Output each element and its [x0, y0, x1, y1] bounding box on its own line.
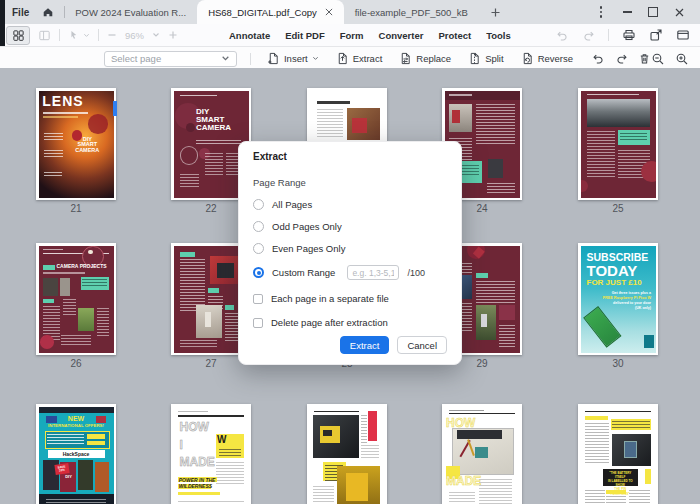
checkbox-each-page-in-a-separate-file[interactable]: Each page in a separate file — [253, 293, 447, 304]
page-preview: LENSDIY SMART CAMERA — [39, 91, 114, 198]
page-preview: CAMERA PROJECTS — [39, 246, 114, 353]
ribbon-bar: 96% AnnotateEdit PDFFormConverterProtect… — [0, 24, 700, 47]
radio-even-pages-only[interactable]: Even Pages Only — [253, 243, 447, 254]
tab-title: POW 2024 Evaluation R... — [75, 7, 186, 18]
page-number: 21 — [36, 203, 116, 214]
radio-all-pages[interactable]: All Pages — [253, 199, 447, 210]
zoom-in-icon[interactable] — [168, 30, 178, 40]
dialog-actions: Extract Cancel — [253, 336, 447, 354]
pdf-editor-window: File POW 2024 Evaluation R...HS68_DIGITA… — [0, 0, 700, 504]
page-preview — [581, 91, 656, 198]
radio-custom-range[interactable]: Custom Range/100 — [253, 265, 447, 280]
insert-page-icon — [267, 52, 280, 65]
checkbox-indicator — [253, 294, 263, 304]
chevron-down-icon — [312, 55, 319, 62]
page-range-options: All PagesOdd Pages OnlyEven Pages OnlyCu… — [253, 188, 447, 280]
page-thumbnail-row3-col2[interactable]: HOWIMADEWPOWER IN THEWILDERNESS — [171, 404, 251, 504]
title-bar: File POW 2024 Evaluation R...HS68_DIGITA… — [0, 0, 700, 24]
checkbox-delete-page-after-extraction[interactable]: Delete page after extraction — [253, 317, 447, 328]
page-number: 30 — [578, 358, 658, 369]
zoom-preset-chevron-icon[interactable] — [152, 31, 160, 39]
menu-annotate[interactable]: Annotate — [229, 30, 270, 41]
undo-icon[interactable] — [592, 52, 605, 65]
ribbon-menus: AnnotateEdit PDFFormConverterProtectTool… — [229, 24, 511, 46]
menu-edit-pdf[interactable]: Edit PDF — [285, 30, 325, 41]
tab-close-icon[interactable] — [325, 8, 333, 16]
home-icon[interactable] — [42, 6, 54, 18]
menu-tools[interactable]: Tools — [486, 30, 511, 41]
minimize-button[interactable] — [614, 0, 640, 24]
radio-indicator — [253, 243, 264, 254]
select-page-dropdown[interactable]: Select page — [104, 51, 237, 67]
maximize-button[interactable] — [640, 0, 666, 24]
document-tab-pow-2024-evaluation-r[interactable]: POW 2024 Evaluation R... — [64, 0, 197, 24]
tab-strip: POW 2024 Evaluation R...HS68_DIGITAL.pdf… — [64, 0, 479, 24]
page-thumbnail-row3-col3[interactable] — [307, 404, 387, 504]
history-tools — [592, 52, 651, 65]
current-page-marker — [113, 101, 117, 116]
window-edge-strip — [0, 0, 5, 46]
menu-converter[interactable]: Converter — [379, 30, 424, 41]
replace-page-icon — [399, 52, 412, 65]
new-tab-button[interactable] — [488, 5, 503, 20]
thumbnail-view-button[interactable] — [6, 26, 30, 45]
tab-title: HS68_DIGITAL.pdf_Copy — [208, 7, 317, 18]
share-icon[interactable] — [649, 28, 663, 42]
page-view-icon[interactable] — [38, 29, 51, 42]
zoom-in-icon[interactable] — [675, 52, 689, 66]
chevron-down-icon — [221, 54, 230, 63]
page-preview: NEWINTERNATIONAL OFFERS!HackSpaceSAVE 33… — [39, 407, 114, 504]
total-pages-label: /100 — [407, 268, 425, 278]
page-thumbnail-row3-col5[interactable]: "THE BATTERY ITSELF IS LABELLED TO SHOW … — [578, 404, 658, 504]
page-preview — [310, 407, 385, 504]
page-number: 26 — [36, 358, 116, 369]
cancel-button[interactable]: Cancel — [397, 336, 447, 354]
window-controls — [588, 0, 700, 24]
radio-indicator — [253, 199, 264, 210]
menu-form[interactable]: Form — [340, 30, 364, 41]
thumbnail-grid-icon — [12, 29, 25, 42]
page-preview: HOWMADE — [445, 407, 520, 504]
insert-button[interactable]: Insert — [267, 52, 319, 65]
reverse-page-icon — [521, 52, 534, 65]
page-thumbnail-26[interactable]: CAMERA PROJECTS26 — [36, 243, 116, 369]
page-thumbnail-21[interactable]: LENSDIY SMART CAMERA21 — [36, 88, 116, 214]
page-preview: SUBSCRIBETODAYFOR JUST £10Get three issu… — [581, 246, 656, 353]
page-range-label: Page Range — [253, 177, 447, 188]
zoom-tools — [651, 52, 700, 66]
page-tools: InsertExtractReplaceSplitReverse — [267, 52, 573, 65]
page-preview: HOWIMADEWPOWER IN THEWILDERNESS — [174, 407, 249, 504]
custom-range-input[interactable] — [347, 265, 399, 280]
print-icon[interactable] — [622, 28, 636, 42]
split-button[interactable]: Split — [468, 52, 503, 65]
zoom-out-icon[interactable] — [651, 52, 665, 66]
zoom-out-icon[interactable] — [107, 30, 117, 40]
replace-button[interactable]: Replace — [399, 52, 451, 65]
file-menu-button[interactable]: File — [12, 7, 29, 18]
extract-button[interactable]: Extract — [336, 52, 383, 65]
page-thumbnail-30[interactable]: SUBSCRIBETODAYFOR JUST £10Get three issu… — [578, 243, 658, 369]
select-page-label: Select page — [111, 53, 221, 64]
dialog-title: Extract — [253, 151, 447, 162]
extract-button[interactable]: Extract — [340, 336, 390, 354]
redo-icon[interactable] — [615, 52, 628, 65]
select-cursor-icon[interactable] — [68, 29, 90, 41]
reverse-button[interactable]: Reverse — [521, 52, 573, 65]
page-thumbnail-row3-col4[interactable]: HOWMADE — [442, 404, 522, 504]
close-window-button[interactable] — [666, 0, 692, 24]
extract-dialog: Extract Page Range All PagesOdd Pages On… — [238, 141, 462, 365]
redo-icon[interactable] — [582, 29, 595, 42]
undo-icon[interactable] — [556, 29, 569, 42]
radio-odd-pages-only[interactable]: Odd Pages Only — [253, 221, 447, 232]
page-thumbnail-row3-col1[interactable]: NEWINTERNATIONAL OFFERS!HackSpaceSAVE 33… — [36, 404, 116, 504]
browser-menu-icon[interactable] — [588, 0, 614, 24]
page-number: 25 — [578, 203, 658, 214]
viewer-mode-icon[interactable] — [676, 28, 690, 42]
delete-page-icon[interactable] — [638, 52, 651, 65]
document-tab-file-example-pdf-500-kb[interactable]: file-example_PDF_500_kB — [344, 0, 479, 24]
zoom-level-value: 96% — [125, 30, 144, 41]
page-thumbnail-25[interactable]: 25 — [578, 88, 658, 214]
extract-page-icon — [336, 52, 349, 65]
document-tab-hs68-digital-pdf-copy[interactable]: HS68_DIGITAL.pdf_Copy — [197, 0, 344, 24]
menu-protect[interactable]: Protect — [438, 30, 471, 41]
